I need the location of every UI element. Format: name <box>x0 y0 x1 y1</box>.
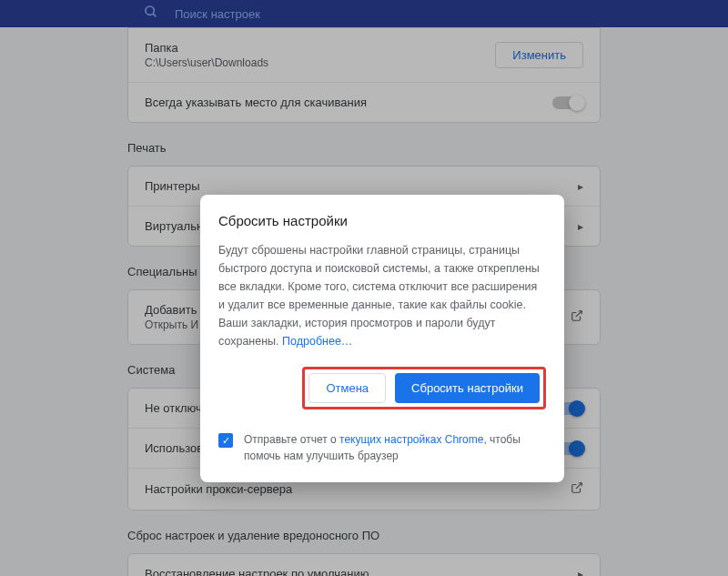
learn-more-link[interactable]: Подробнее… <box>282 335 352 348</box>
annotation-highlight: Отмена Сбросить настройки <box>302 367 546 409</box>
current-settings-link[interactable]: текущих настройках Chrome <box>339 433 483 446</box>
cancel-button[interactable]: Отмена <box>308 373 386 403</box>
send-report-row[interactable]: ✓ Отправьте отчет о текущих настройках C… <box>218 428 546 464</box>
reset-confirm-button[interactable]: Сбросить настройки <box>395 373 540 403</box>
reset-dialog: Сбросить настройки Будут сброшены настро… <box>200 195 564 482</box>
dialog-body: Будут сброшены настройки главной страниц… <box>218 241 546 350</box>
report-checkbox[interactable]: ✓ <box>218 433 233 448</box>
dialog-title: Сбросить настройки <box>218 213 546 228</box>
